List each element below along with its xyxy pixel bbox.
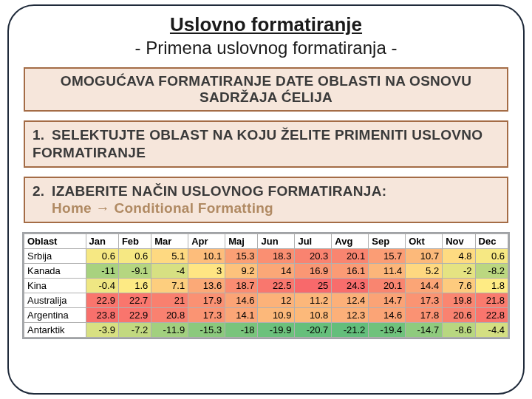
data-cell: -19.4 (369, 323, 406, 338)
data-cell: 11.2 (295, 293, 332, 308)
data-cell: 14.7 (369, 293, 406, 308)
data-cell: -0.4 (86, 279, 118, 293)
data-cell: 7.1 (151, 279, 188, 293)
col-header-month: Nov (443, 234, 475, 249)
data-cell: -4.4 (475, 323, 508, 338)
data-cell: 12.4 (332, 293, 369, 308)
data-cell: 15.3 (225, 249, 258, 264)
data-cell: 19.8 (443, 293, 475, 308)
data-cell: 7.6 (443, 279, 475, 293)
data-cell: 10.7 (406, 249, 443, 264)
step-2-subtext: Home → Conditional Formatting (52, 200, 273, 217)
table-row: Kina-0.41.67.113.618.722.52524.320.114.4… (24, 279, 508, 293)
data-cell: -15.3 (188, 323, 225, 338)
col-header-month: Dec (475, 234, 508, 249)
col-header-month: Feb (118, 234, 151, 249)
col-header-month: Jul (295, 234, 332, 249)
row-label: Srbija (24, 249, 86, 264)
col-header-region: Oblast (24, 234, 86, 249)
heatmap-table-wrap: OblastJanFebMarAprMajJunJulAvgSepOktNovD… (22, 232, 510, 339)
data-cell: 1.6 (118, 279, 151, 293)
data-cell: 17.3 (406, 293, 443, 308)
col-header-month: Avg (332, 234, 369, 249)
step-1-number: 1. (33, 127, 44, 143)
table-row: Srbija0.60.65.110.115.318.320.320.115.71… (24, 249, 508, 264)
heatmap-table: OblastJanFebMarAprMajJunJulAvgSepOktNovD… (24, 233, 508, 338)
data-cell: 14 (258, 264, 295, 279)
table-row: Australija22.922.72117.914.61211.212.414… (24, 293, 508, 308)
data-cell: 4.8 (443, 249, 475, 264)
data-cell: 22.9 (86, 293, 118, 308)
col-header-month: Apr (188, 234, 225, 249)
data-cell: -11.9 (151, 323, 188, 338)
data-cell: -8.2 (475, 264, 508, 279)
page-title: Uslovno formatiranje (19, 13, 513, 36)
data-cell: 17.3 (188, 308, 225, 323)
data-cell: 17.9 (188, 293, 225, 308)
data-cell: -9.1 (118, 264, 151, 279)
data-cell: 0.6 (86, 249, 118, 264)
data-cell: 10.1 (188, 249, 225, 264)
data-cell: 22.8 (475, 308, 508, 323)
data-cell: 16.1 (332, 264, 369, 279)
data-cell: 23.8 (86, 308, 118, 323)
data-cell: 20.3 (295, 249, 332, 264)
data-cell: -21.2 (332, 323, 369, 338)
data-cell: 14.6 (225, 293, 258, 308)
data-cell: -18 (225, 323, 258, 338)
step-1-box: 1. SELEKTUJTE OBLAST NA KOJU ŽELITE PRIM… (24, 120, 508, 168)
row-label: Australija (24, 293, 86, 308)
intro-box: OMOGUĆAVA FORMATIRANJE DATE OBLASTI NA O… (24, 67, 508, 112)
data-cell: 12.3 (332, 308, 369, 323)
data-cell: 16.9 (295, 264, 332, 279)
data-cell: 13.6 (188, 279, 225, 293)
data-cell: 18.7 (225, 279, 258, 293)
slide-frame: Uslovno formatiranje - Primena uslovnog … (7, 4, 525, 395)
header-row: OblastJanFebMarAprMajJunJulAvgSepOktNovD… (24, 234, 508, 249)
data-cell: 12 (258, 293, 295, 308)
data-cell: 20.1 (332, 249, 369, 264)
data-cell: 21 (151, 293, 188, 308)
col-header-month: Maj (225, 234, 258, 249)
data-cell: -4 (151, 264, 188, 279)
data-cell: 14.4 (406, 279, 443, 293)
table-row: Argentina23.822.920.817.314.110.910.812.… (24, 308, 508, 323)
step-2-box: 2. IZABERITE NAČIN USLOVNOG FORMATIRANJA… (24, 177, 508, 224)
data-cell: 14.1 (225, 308, 258, 323)
col-header-month: Jun (258, 234, 295, 249)
data-cell: 22.7 (118, 293, 151, 308)
page-subtitle: - Primena uslovnog formatiranja - (19, 38, 513, 58)
col-header-month: Sep (369, 234, 406, 249)
col-header-month: Okt (406, 234, 443, 249)
data-cell: -7.2 (118, 323, 151, 338)
data-cell: 3 (188, 264, 225, 279)
data-cell: 18.3 (258, 249, 295, 264)
data-cell: 20.8 (151, 308, 188, 323)
table-row: Antarktik-3.9-7.2-11.9-15.3-18-19.9-20.7… (24, 323, 508, 338)
data-cell: 20.6 (443, 308, 475, 323)
data-cell: 25 (295, 279, 332, 293)
step-2-number: 2. (33, 183, 44, 199)
intro-text: OMOGUĆAVA FORMATIRANJE DATE OBLASTI NA O… (61, 73, 471, 105)
row-label: Antarktik (24, 323, 86, 338)
data-cell: 24.3 (332, 279, 369, 293)
data-cell: -14.7 (406, 323, 443, 338)
data-cell: 21.8 (475, 293, 508, 308)
data-cell: 10.9 (258, 308, 295, 323)
data-cell: 22.5 (258, 279, 295, 293)
step-1-text: SELEKTUJTE OBLAST NA KOJU ŽELITE PRIMENI… (33, 127, 482, 160)
data-cell: -19.9 (258, 323, 295, 338)
col-header-month: Jan (86, 234, 118, 249)
data-cell: -11 (86, 264, 118, 279)
data-cell: -8.6 (443, 323, 475, 338)
data-cell: 20.1 (369, 279, 406, 293)
table-row: Kanada-11-9.1-439.21416.916.111.45.2-2-8… (24, 264, 508, 279)
data-cell: -3.9 (86, 323, 118, 338)
row-label: Kanada (24, 264, 86, 279)
data-cell: -20.7 (295, 323, 332, 338)
data-cell: 5.1 (151, 249, 188, 264)
table-body: Srbija0.60.65.110.115.318.320.320.115.71… (24, 249, 508, 338)
data-cell: 14.6 (369, 308, 406, 323)
row-label: Kina (24, 279, 86, 293)
data-cell: 0.6 (118, 249, 151, 264)
